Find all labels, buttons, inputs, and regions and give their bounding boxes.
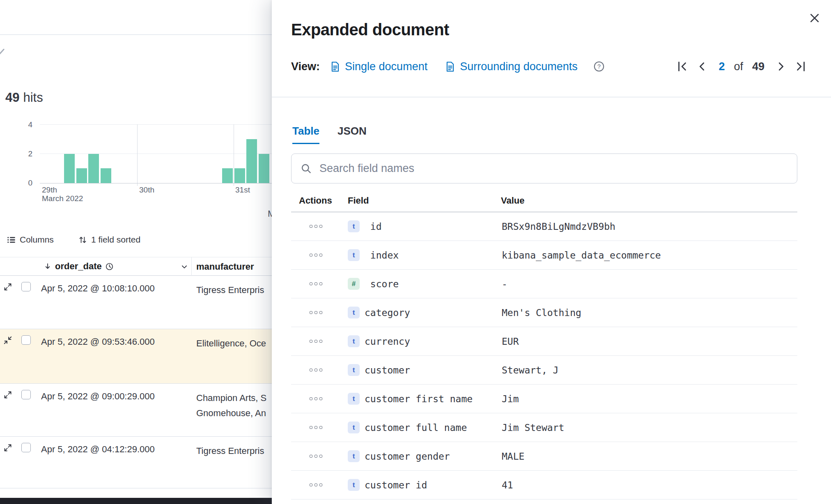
order-date-cell: Apr 5, 2022 @ 10:08:10.000	[41, 282, 155, 295]
collapse-row-button[interactable]	[3, 336, 12, 345]
field-row: t _index kibana_sample_data_ecommerce	[291, 241, 797, 270]
grid-rows: Apr 5, 2022 @ 10:08:10.000 Tigress Enter…	[0, 276, 272, 488]
token-text-icon: t	[348, 307, 360, 318]
column-header-manufacturer[interactable]: manufacturer	[196, 261, 254, 272]
histogram-bar	[76, 168, 87, 183]
order-date-cell: Apr 5, 2022 @ 09:00:29.000	[41, 390, 155, 403]
hits-counter: 49hits	[5, 90, 43, 105]
field-row: t customer_first_name Jim	[291, 385, 797, 413]
field-name: _id	[365, 221, 502, 232]
current-page: 2	[719, 60, 725, 73]
view-label: View:	[291, 60, 320, 73]
field-value: Jim	[502, 394, 519, 404]
field-value: BRSx9n8BiLgNmdzVB9bh	[502, 221, 615, 232]
field-row: t customer_id 41	[291, 471, 797, 499]
field-actions-button[interactable]	[310, 426, 322, 429]
hits-label: hits	[23, 90, 43, 105]
column-header-order-date[interactable]: order_date	[44, 261, 114, 272]
collapse-icon	[3, 336, 12, 345]
expand-row-button[interactable]	[3, 390, 12, 399]
document-icon	[445, 61, 456, 72]
grid-row: Apr 5, 2022 @ 04:12:29.000 Tigress Enter…	[0, 437, 272, 488]
column-menu-chevron-icon[interactable]	[181, 263, 188, 270]
tab-json[interactable]: JSON	[337, 125, 367, 144]
search-icon	[301, 163, 312, 174]
field-value: MALE	[502, 451, 524, 462]
field-row: t customer_gender MALE	[291, 442, 797, 471]
single-document-link[interactable]: Single document	[330, 60, 427, 73]
doc-viewer-tabs: Table JSON	[292, 125, 367, 144]
manufacturer-cell: Tigress Enterpris	[196, 443, 264, 458]
field-row: t _id BRSx9n8BiLgNmdzVB9bh	[291, 212, 797, 241]
help-button[interactable]: ?	[593, 61, 605, 72]
field-value: 41	[502, 480, 513, 490]
column-header-label: manufacturer	[196, 261, 254, 272]
columns-icon	[7, 236, 16, 244]
histogram-bar	[259, 154, 269, 183]
tab-table[interactable]: Table	[292, 125, 319, 144]
token-text-icon: t	[348, 422, 360, 433]
field-actions-button[interactable]	[310, 254, 322, 257]
previous-page-button[interactable]	[696, 60, 708, 73]
field-row: # _score -	[291, 270, 797, 298]
row-checkbox[interactable]	[21, 335, 31, 345]
document-icon	[330, 61, 341, 72]
field-row: t currency EUR	[291, 327, 797, 356]
manufacturer-line: Elitelligence, Oce	[196, 338, 266, 348]
last-page-button[interactable]	[794, 60, 807, 73]
surrounding-documents-link[interactable]: Surrounding documents	[445, 60, 578, 73]
field-name: _score	[365, 279, 502, 289]
sorted-fields-label: 1 field sorted	[91, 235, 140, 245]
close-icon	[809, 12, 820, 24]
sorted-fields-button[interactable]: 1 field sorted	[78, 235, 140, 245]
grid-header: order_date manufacturer	[0, 257, 272, 276]
expand-row-button[interactable]	[3, 282, 12, 291]
expand-row-button[interactable]	[3, 443, 12, 452]
field-value: Jim Stewart	[502, 422, 564, 433]
columns-button[interactable]: Columns	[7, 235, 54, 245]
field-actions-button[interactable]	[310, 397, 322, 400]
field-actions-button[interactable]	[310, 455, 322, 458]
field-column-header: Field	[348, 195, 369, 206]
grid-footer-bar	[0, 498, 272, 504]
field-value: -	[502, 279, 507, 289]
field-name: currency	[365, 336, 502, 347]
order-date-cell: Apr 5, 2022 @ 09:53:46.000	[41, 336, 155, 348]
histogram-bars	[0, 124, 272, 183]
row-checkbox[interactable]	[21, 390, 31, 399]
x-axis-tick: March 2022	[42, 194, 83, 203]
field-actions-button[interactable]	[310, 282, 322, 285]
search-input[interactable]	[319, 162, 789, 175]
token-text-icon: t	[348, 249, 360, 261]
histogram-bar	[246, 139, 257, 183]
field-value: EUR	[502, 336, 519, 347]
field-actions-button[interactable]	[310, 369, 322, 371]
discover-screen: 49hits 4 2 0 29th March 2022 30th 31st M	[0, 0, 831, 504]
manufacturer-line: Tigress Enterpris	[196, 285, 264, 295]
first-page-button[interactable]	[676, 60, 689, 73]
expand-icon	[3, 390, 12, 399]
row-checkbox[interactable]	[21, 443, 31, 452]
field-name: customer	[365, 365, 502, 376]
manufacturer-line: Gnomehouse, An	[196, 408, 266, 418]
close-button[interactable]	[806, 10, 823, 26]
field-actions-button[interactable]	[310, 225, 322, 228]
help-icon: ?	[593, 61, 605, 72]
next-page-button[interactable]	[775, 60, 787, 73]
field-name: customer_gender	[365, 451, 502, 462]
field-actions-button[interactable]	[310, 483, 322, 486]
column-header-label: order_date	[55, 261, 102, 272]
field-actions-button[interactable]	[310, 340, 322, 343]
token-text-icon: t	[348, 450, 360, 462]
field-actions-button[interactable]	[310, 311, 322, 314]
total-pages: 49	[752, 60, 764, 73]
sort-icon	[78, 236, 87, 244]
expand-icon	[3, 443, 12, 452]
x-axis-tick: 29th	[42, 186, 57, 194]
actions-column-header: Actions	[299, 195, 332, 206]
row-checkbox[interactable]	[21, 282, 31, 291]
flyout-title: Expanded document	[291, 20, 449, 39]
search-field-names-box	[291, 153, 797, 183]
field-value: Stewart, J	[502, 365, 558, 376]
x-axis-tick: 31st	[235, 186, 250, 194]
